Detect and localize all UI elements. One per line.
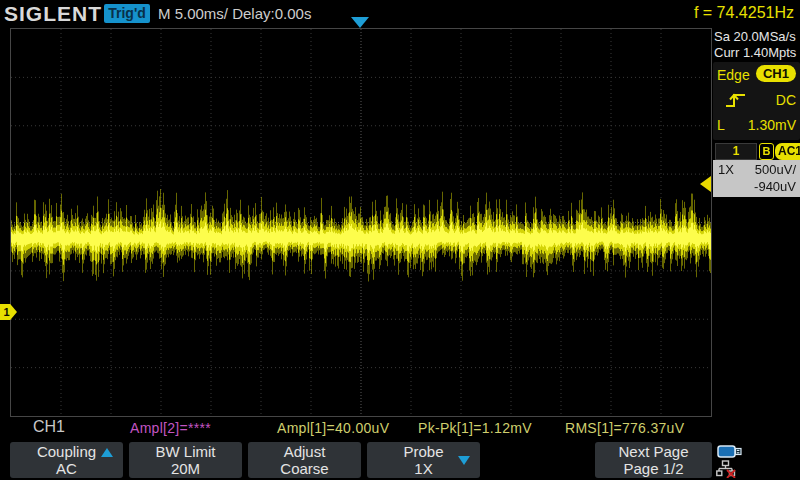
measure-channel-label: CH1 xyxy=(33,418,65,436)
measurement-ampl2: Ampl[2]=**** xyxy=(130,420,211,436)
trigger-level-value: 1.30mV xyxy=(748,115,796,135)
softkey-bwlimit-value: 20M xyxy=(129,460,242,477)
rising-edge-icon xyxy=(725,91,747,109)
trigger-level-marker-icon[interactable] xyxy=(700,176,711,192)
softkey-adjust-value: Coarse xyxy=(248,460,361,477)
channel1-settings: 1X 500uV/ -940uV xyxy=(713,160,800,197)
trigger-panel[interactable]: Edge CH1 DC L 1.30mV xyxy=(713,62,800,140)
trigger-level-label: L xyxy=(717,117,725,133)
down-arrow-icon xyxy=(458,456,470,465)
channel1-bwlimit-badge: B xyxy=(759,143,774,160)
acquisition-info: Sa 20.0MSa/s Curr 1.40Mpts xyxy=(714,29,798,61)
softkey-adjust[interactable]: Adjust Coarse xyxy=(248,442,361,478)
softkey-next-page[interactable]: Next Page Page 1/2 xyxy=(595,442,712,478)
softkey-next-page-label: Next Page xyxy=(595,443,712,460)
trigger-type-label: Edge xyxy=(717,67,750,83)
softkey-bwlimit-label: BW Limit xyxy=(129,443,242,460)
trigger-coupling-label: DC xyxy=(776,90,796,110)
trigger-status-badge: Trig'd xyxy=(104,4,150,23)
softkey-coupling[interactable]: Coupling AC xyxy=(10,442,123,478)
channel1-header: 1 B AC1M xyxy=(713,142,800,160)
softkey-next-page-value: Page 1/2 xyxy=(595,460,712,477)
channel1-panel[interactable]: 1 B AC1M 1X 500uV/ -940uV xyxy=(713,142,800,197)
waveform-trace-canvas xyxy=(11,29,711,416)
softkey-probe[interactable]: Probe 1X xyxy=(367,442,480,478)
softkey-bwlimit[interactable]: BW Limit 20M xyxy=(129,442,242,478)
measurement-pkpk1: Pk-Pk[1]=1.12mV xyxy=(418,420,532,436)
measurement-ampl1: Ampl[1]=40.00uV xyxy=(277,420,389,436)
channel1-offset: -940uV xyxy=(754,179,796,194)
oscilloscope-screen: SIGLENT Trig'd M 5.00ms/ Delay:0.00s f =… xyxy=(0,0,800,480)
brand-logo: SIGLENT xyxy=(4,2,102,26)
trigger-source-badge: CH1 xyxy=(756,65,796,82)
up-arrow-icon xyxy=(101,448,113,457)
trigger-position-marker-icon[interactable] xyxy=(351,17,369,28)
channel1-coupling-badge: AC1M xyxy=(775,143,800,160)
softkey-adjust-label: Adjust xyxy=(248,443,361,460)
memory-depth: Curr 1.40Mpts xyxy=(714,45,798,61)
waveform-display xyxy=(10,28,712,417)
frequency-counter: f = 74.4251Hz xyxy=(694,4,794,22)
timebase-readout: M 5.00ms/ Delay:0.00s xyxy=(158,5,311,22)
measurement-rms1: RMS[1]=776.37uV xyxy=(565,420,684,436)
usb-icon[interactable] xyxy=(717,444,743,459)
channel1-probe-attenuation: 1X xyxy=(718,162,734,177)
softkey-coupling-value: AC xyxy=(10,460,123,477)
sample-rate: Sa 20.0MSa/s xyxy=(714,29,798,45)
channel1-number: 1 xyxy=(715,143,757,160)
channel1-volts-per-div: 500uV/ xyxy=(755,162,796,177)
lan-disconnected-icon[interactable] xyxy=(716,460,736,478)
